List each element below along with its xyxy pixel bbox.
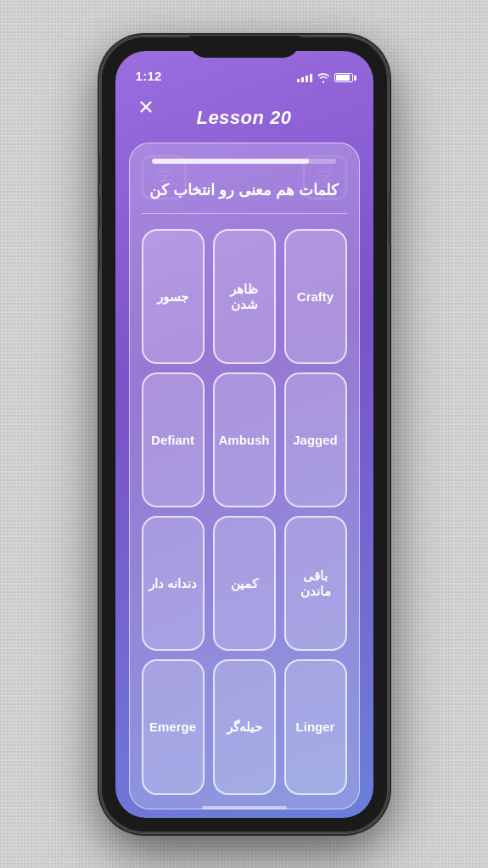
word-button-3[interactable]: Crafty [284, 229, 347, 364]
word-button-1[interactable]: جسور [142, 229, 205, 364]
phone-shell: 1:12 [100, 36, 389, 833]
bg-decor-2: 字 [300, 152, 351, 203]
wifi-icon [317, 73, 330, 83]
status-icons [297, 73, 353, 83]
word-button-10[interactable]: Emerge [142, 659, 205, 794]
word-button-11[interactable]: حیله‌گر [213, 659, 276, 794]
app-content: Lesson 20 字 字 کلمات هم معنی رو انتخاب کن [115, 88, 373, 818]
word-button-5[interactable]: Ambush [213, 372, 276, 507]
word-button-4[interactable]: Defiant [142, 372, 205, 507]
battery-fill [336, 75, 350, 81]
lesson-title: Lesson 20 [196, 107, 291, 129]
notch [189, 36, 300, 58]
signal-dots-icon [297, 74, 312, 82]
word-button-2[interactable]: ظاهر شدن [213, 229, 276, 364]
svg-text:字: 字 [154, 167, 173, 188]
main-card: 字 字 کلمات هم معنی رو انتخاب کن جسور [129, 143, 360, 809]
svg-text:字: 字 [316, 167, 334, 188]
status-time: 1:12 [136, 69, 162, 83]
bg-decor-1: 字 [138, 152, 189, 203]
word-grid: جسور ظاهر شدن Crafty Defiant Ambush Jagg… [142, 229, 347, 795]
phone-screen: 1:12 [115, 51, 373, 818]
word-button-8[interactable]: کمین [213, 516, 276, 651]
word-button-6[interactable]: Jagged [284, 372, 347, 507]
battery-icon [334, 73, 353, 82]
divider [142, 213, 347, 215]
home-indicator [202, 806, 287, 809]
word-button-12[interactable]: Linger [284, 659, 347, 794]
word-button-9[interactable]: باقی ماندن [284, 516, 347, 651]
word-button-7[interactable]: دندانه دار [142, 516, 205, 651]
